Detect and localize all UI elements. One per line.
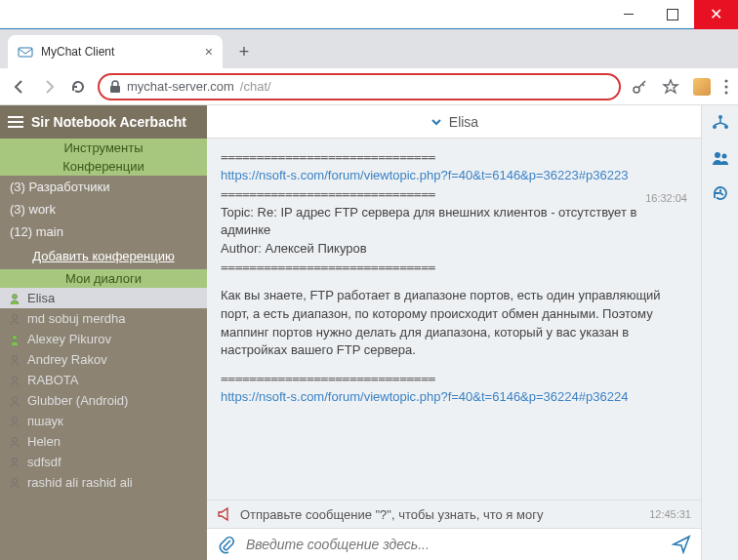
history-icon[interactable] <box>711 183 730 203</box>
nav-forward-button[interactable] <box>39 77 59 97</box>
message-separator: ============================== <box>221 185 687 204</box>
message-input[interactable] <box>246 537 662 552</box>
send-button[interactable] <box>672 535 691 554</box>
sidebar-section-dialogs[interactable]: Мои диалоги <box>0 269 207 288</box>
dialog-name: Helen <box>27 434 61 449</box>
message-text: Author: Алексей Пикуров <box>221 240 687 259</box>
message-timestamp: 12:45:31 <box>649 508 691 520</box>
browser-tabstrip: MyChat Client × + <box>0 29 738 68</box>
window-close-button[interactable]: ✕ <box>694 0 738 29</box>
svg-point-16 <box>718 115 722 119</box>
dialog-name: Glubber (Android) <box>27 393 128 408</box>
org-icon[interactable] <box>711 113 730 133</box>
chat-header[interactable]: Elisa <box>207 105 701 139</box>
conference-item[interactable]: (12) main <box>0 220 207 243</box>
announce-icon <box>217 506 232 522</box>
address-bar[interactable]: mychat-server.com/chat/ <box>98 73 621 100</box>
svg-point-13 <box>13 437 18 442</box>
message-text: Topic: Re: IP адрес FTP сервера для внеш… <box>221 204 687 241</box>
dialog-item[interactable]: пшаук <box>0 411 207 431</box>
right-rail <box>701 105 738 560</box>
svg-point-12 <box>13 417 18 421</box>
dialog-name: rashid ali rashid ali <box>27 475 133 490</box>
presence-icon <box>8 394 21 408</box>
message-text: Как вы знаете, FTP работает в диапазоне … <box>221 287 687 360</box>
svg-point-14 <box>13 458 18 462</box>
svg-point-9 <box>13 355 18 360</box>
dialog-item[interactable]: Elisa <box>0 288 207 308</box>
presence-icon <box>8 476 21 490</box>
tab-title: MyChat Client <box>41 45 197 59</box>
bot-hint-row: Отправьте сообщение "?", чтобы узнать, ч… <box>207 500 701 528</box>
message-separator: ============================== <box>221 148 687 167</box>
dialog-item[interactable]: Helen <box>0 431 207 452</box>
svg-point-7 <box>13 314 18 319</box>
chevron-down-icon <box>430 115 443 129</box>
browser-toolbar: mychat-server.com/chat/ <box>0 68 738 105</box>
url-path: /chat/ <box>240 79 271 94</box>
presence-icon <box>8 415 21 428</box>
dialog-name: RABOTA <box>27 373 79 387</box>
conference-item[interactable]: (3) Разработчики <box>0 176 207 198</box>
attach-icon[interactable] <box>217 535 236 554</box>
dialog-name: пшаук <box>27 414 63 428</box>
conference-item[interactable]: (3) work <box>0 198 207 220</box>
sidebar-section-conferences[interactable]: Конференции <box>0 157 207 176</box>
presence-icon <box>8 435 21 449</box>
sidebar-header[interactable]: Sir Notebook Acerbacht <box>0 105 207 139</box>
presence-icon <box>8 456 21 469</box>
star-icon[interactable] <box>662 78 679 96</box>
svg-rect-1 <box>110 86 120 93</box>
presence-icon <box>8 374 21 387</box>
dialog-name: Alexey Pikurov <box>27 332 111 346</box>
svg-point-10 <box>13 376 18 380</box>
dialog-item[interactable]: RABOTA <box>0 370 207 390</box>
extension-icon[interactable] <box>693 78 711 96</box>
tab-favicon-icon <box>18 44 33 60</box>
dialog-name: md sobuj merdha <box>27 311 125 326</box>
dialog-name: Elisa <box>27 291 55 305</box>
svg-point-8 <box>13 335 18 340</box>
bot-hint-text: Отправьте сообщение "?", чтобы узнать, ч… <box>240 507 543 522</box>
message-separator: ============================== <box>221 370 687 388</box>
message-link[interactable]: https://nsoft-s.com/forum/viewtopic.php?… <box>221 388 687 407</box>
message-composer <box>207 528 701 560</box>
dialog-name: sdfsdf <box>27 455 62 469</box>
svg-point-15 <box>13 478 18 483</box>
browser-menu-button[interactable] <box>724 79 728 95</box>
dialog-item[interactable]: sdfsdf <box>0 452 207 472</box>
svg-point-4 <box>725 85 728 88</box>
add-conference-link[interactable]: Добавить конференцию <box>0 243 207 269</box>
message-list[interactable]: ============================== https://n… <box>207 139 701 500</box>
window-minimize-button[interactable] <box>606 0 650 29</box>
dialog-item[interactable]: Glubber (Android) <box>0 390 207 411</box>
lock-icon <box>109 80 121 94</box>
contacts-icon[interactable] <box>711 148 730 168</box>
message-link[interactable]: https://nsoft-s.com/forum/viewtopic.php?… <box>221 167 687 185</box>
nav-reload-button[interactable] <box>68 77 88 97</box>
browser-tab[interactable]: MyChat Client × <box>8 35 223 68</box>
svg-rect-0 <box>19 48 32 57</box>
svg-point-6 <box>13 294 18 299</box>
nav-back-button[interactable] <box>10 77 29 97</box>
key-icon[interactable] <box>631 78 648 96</box>
window-maximize-button[interactable] <box>650 0 694 29</box>
svg-point-5 <box>725 91 728 94</box>
dialog-item[interactable]: md sobuj merdha <box>0 308 207 329</box>
dialog-name: Andrey Rakov <box>27 352 107 367</box>
message-timestamp: 16:32:04 <box>645 191 687 207</box>
hamburger-icon[interactable] <box>8 116 23 128</box>
window-titlebar: ✕ <box>0 0 738 29</box>
presence-icon <box>8 292 21 305</box>
message-separator: ============================== <box>221 259 687 277</box>
tab-close-button[interactable]: × <box>205 44 213 60</box>
new-tab-button[interactable]: + <box>230 42 258 68</box>
dialog-item[interactable]: Alexey Pikurov <box>0 329 207 349</box>
dialog-item[interactable]: rashid ali rashid ali <box>0 472 207 493</box>
svg-point-11 <box>13 396 18 401</box>
presence-icon <box>8 353 21 367</box>
current-user-name: Sir Notebook Acerbacht <box>31 114 186 130</box>
sidebar-section-tools[interactable]: Инструменты <box>0 139 207 157</box>
svg-point-19 <box>715 152 720 158</box>
dialog-item[interactable]: Andrey Rakov <box>0 349 207 370</box>
